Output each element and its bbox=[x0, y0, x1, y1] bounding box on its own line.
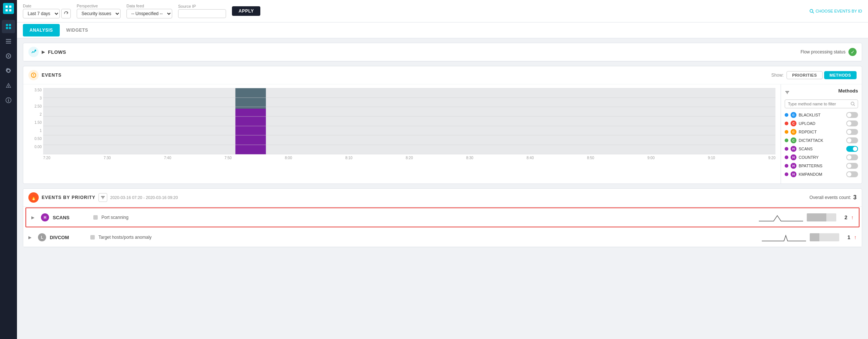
method-dot-upload bbox=[785, 122, 788, 125]
priority-row-trend-icon: ↑ bbox=[851, 214, 854, 220]
tab-widgets[interactable]: WIDGETS bbox=[60, 24, 95, 36]
priority-row-count-bar bbox=[810, 233, 839, 241]
method-badge-country: H bbox=[791, 154, 796, 160]
choose-events-label: CHOOSE EVENTS BY ID bbox=[816, 9, 862, 13]
sidebar-item-list[interactable] bbox=[2, 35, 15, 48]
sidebar-item-info[interactable] bbox=[2, 94, 15, 107]
perspective-select[interactable]: Security issues bbox=[77, 9, 121, 18]
method-name-dictattack: DICTATTACK bbox=[799, 138, 844, 143]
method-name-country: COUNTRY bbox=[799, 155, 844, 160]
sidebar-item-dashboard[interactable] bbox=[2, 20, 15, 33]
priority-row-sparkline bbox=[762, 232, 806, 243]
events-by-priority-icon: 🔥 bbox=[28, 192, 39, 203]
x-label-920: 9:20 bbox=[768, 156, 775, 160]
x-label-850: 8:50 bbox=[587, 156, 594, 160]
method-toggle-upload[interactable] bbox=[846, 120, 858, 126]
svg-point-20 bbox=[35, 50, 36, 51]
method-name-kmpandom: KMPANDOM bbox=[799, 172, 844, 177]
method-row: C BLACKLIST bbox=[785, 112, 858, 118]
method-name-scans: SCANS bbox=[799, 147, 844, 151]
refresh-button[interactable] bbox=[61, 9, 71, 18]
method-row: C UPLOAD bbox=[785, 120, 858, 126]
svg-rect-1 bbox=[9, 6, 11, 8]
sidebar-item-settings[interactable] bbox=[2, 64, 15, 77]
priority-row-count: 1 bbox=[843, 234, 850, 240]
y-label-1: 1 bbox=[28, 129, 42, 133]
priorities-toggle-btn[interactable]: PRIORITIES bbox=[787, 71, 822, 79]
method-toggle-dictattack[interactable] bbox=[846, 137, 858, 143]
priority-row-badge: H bbox=[41, 213, 49, 221]
date-select[interactable]: Last 7 days bbox=[23, 9, 60, 18]
priority-row-count: 2 bbox=[840, 214, 847, 220]
method-dot-rdpdict bbox=[785, 130, 788, 134]
events-header: EVENTS Show: PRIORITIES METHODS bbox=[23, 66, 862, 84]
method-badge-blacklist: C bbox=[791, 112, 796, 118]
methods-filter-icon[interactable] bbox=[785, 90, 790, 95]
sidebar-item-alerts[interactable] bbox=[2, 79, 15, 92]
events-title: EVENTS bbox=[42, 73, 62, 78]
methods-toggle-btn[interactable]: METHODS bbox=[824, 71, 857, 79]
method-toggle-scans[interactable] bbox=[846, 146, 858, 152]
x-label-800: 8:00 bbox=[285, 156, 292, 160]
flow-status-label: Flow processing status bbox=[801, 49, 846, 55]
flows-title: FLOWS bbox=[48, 49, 66, 55]
priority-row-expand-icon[interactable]: ▶ bbox=[28, 235, 34, 240]
app-logo[interactable] bbox=[3, 3, 14, 14]
x-label-740: 7:40 bbox=[164, 156, 171, 160]
method-toggle-kmpandom[interactable] bbox=[846, 171, 858, 177]
datafeed-group: Data feed -- Unspecified -- bbox=[126, 4, 172, 18]
events-body: 3.50 3 2.50 2 1.50 1 0.50 0.00 bbox=[23, 84, 862, 184]
method-row: H COUNTRY bbox=[785, 154, 858, 160]
priority-row-desc-icon bbox=[93, 215, 98, 220]
priority-filter-icon[interactable] bbox=[98, 193, 107, 202]
priority-table-row: ▶ H SCANS Port scanning 2 ↑ bbox=[25, 207, 860, 227]
method-toggle-bpatterns[interactable] bbox=[846, 163, 858, 169]
method-name-bpatterns: BPATTERNS bbox=[799, 164, 844, 168]
method-badge-scans: H bbox=[791, 146, 796, 152]
events-icon bbox=[28, 70, 39, 80]
flows-status: Flow processing status ✓ bbox=[801, 48, 857, 56]
priority-row-right: 1 ↑ bbox=[762, 232, 857, 243]
chart-svg bbox=[43, 88, 775, 154]
method-row: C DICTATTACK bbox=[785, 137, 858, 143]
method-dot-kmpandom bbox=[785, 172, 788, 176]
priority-row-count-fill bbox=[807, 213, 826, 221]
datafeed-select[interactable]: -- Unspecified -- bbox=[126, 9, 172, 18]
svg-rect-14 bbox=[8, 87, 9, 88]
y-label-2: 2 bbox=[28, 112, 42, 116]
svg-rect-13 bbox=[8, 85, 9, 87]
svg-rect-4 bbox=[6, 24, 8, 26]
source-ip-input[interactable] bbox=[178, 9, 226, 18]
apply-button[interactable]: APPLY bbox=[232, 6, 260, 16]
method-search-input[interactable] bbox=[785, 99, 858, 108]
method-toggle-blacklist[interactable] bbox=[846, 112, 858, 118]
source-ip-label: Source IP bbox=[178, 4, 226, 8]
method-dot-bpatterns bbox=[785, 164, 788, 168]
flows-section: ▶ FLOWS Flow processing status ✓ bbox=[23, 43, 862, 62]
svg-rect-3 bbox=[9, 9, 11, 11]
method-toggle-rdpdict[interactable] bbox=[846, 129, 858, 135]
date-group: Date Last 7 days bbox=[23, 4, 71, 18]
priority-row-expand-icon[interactable]: ▶ bbox=[31, 215, 37, 220]
choose-events-link[interactable]: CHOOSE EVENTS BY ID bbox=[809, 9, 862, 14]
x-label-900: 9:00 bbox=[647, 156, 655, 160]
methods-list: C BLACKLIST C UPLOAD C RDPDICT C DICTATT… bbox=[785, 112, 858, 177]
sidebar-item-analytics[interactable] bbox=[2, 49, 15, 63]
priority-row-description: Target hosts/ports anomaly bbox=[98, 235, 152, 240]
y-label-050: 0.50 bbox=[28, 137, 42, 141]
x-label-750: 7:50 bbox=[225, 156, 232, 160]
svg-rect-17 bbox=[8, 99, 9, 99]
chart-area: 3.50 3 2.50 2 1.50 1 0.50 0.00 bbox=[23, 84, 781, 184]
svg-point-12 bbox=[8, 55, 9, 57]
priority-row-right: 2 ↑ bbox=[759, 212, 854, 223]
overall-count: Overall events count: 3 bbox=[809, 194, 857, 201]
method-badge-kmpandom: H bbox=[791, 171, 796, 177]
method-toggle-country[interactable] bbox=[846, 154, 858, 160]
overall-count-number: 3 bbox=[853, 194, 857, 201]
method-name-blacklist: BLACKLIST bbox=[799, 113, 844, 117]
priority-row-name: SCANS bbox=[53, 215, 90, 220]
tab-analysis[interactable]: ANALYSIS bbox=[23, 24, 60, 36]
events-priority-section: 🔥 EVENTS BY PRIORITY 2020-03-16 07:20 - … bbox=[23, 188, 862, 247]
flows-expand-icon[interactable]: ▶ bbox=[42, 49, 45, 55]
priority-row-count-bar bbox=[807, 213, 836, 221]
